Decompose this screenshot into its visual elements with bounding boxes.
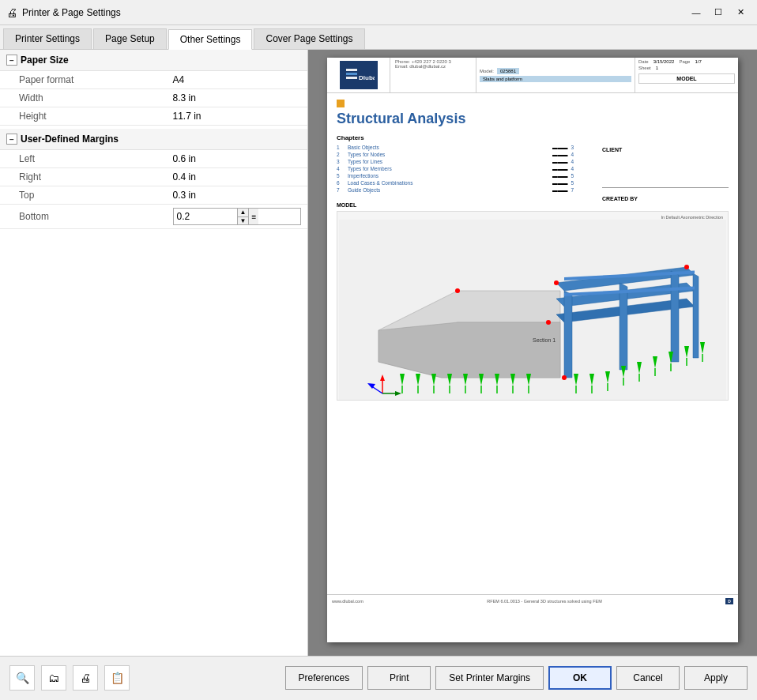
margins-label: User-Defined Margins [21,134,119,145]
margins-section-header[interactable]: − User-Defined Margins [0,129,307,150]
field-label: Right [0,168,154,186]
margins-toggle[interactable]: − [6,134,17,145]
tab-other-settings[interactable]: Other Settings [168,29,253,50]
field-label: Width [0,89,154,107]
chapter-num: 2 [337,152,345,157]
footer-website: www.dlubal.com [332,599,363,604]
chapter-num: 4 [337,166,345,171]
paper-size-section-header[interactable]: − Paper Size [0,50,307,71]
paper-size-label: Paper Size [21,55,69,66]
footer-logo-small: D [725,598,733,604]
spinbox-up-button[interactable]: ▲ [238,209,249,217]
copy-icon: 📋 [111,672,124,684]
svg-rect-1 [346,69,357,71]
project-name: Slabs and platform [480,76,631,82]
dlubal-logo-svg: Dlubal [343,64,375,86]
chapter-name: Basic Objects [348,145,549,150]
paper-size-table: Paper format A4 Width 8.3 in Height 11.7… [0,71,307,126]
bottom-toolbar: 🔍 🗂 🖨 📋 Preferences Print Set Printer Ma… [0,656,757,698]
window-controls: — ☐ ✕ [686,4,751,21]
set-printer-margins-button[interactable]: Set Printer Margins [435,666,544,690]
page-meta: Date 3/15/2022 Page 1/7 Sheet 1 MODEL [635,58,738,92]
main-content: − Paper Size Paper format A4 Width 8.3 i… [0,50,757,656]
client-divider [602,187,729,188]
chapter-name: Types for Members [348,166,549,171]
page-preview: Dlubal Phone: +420 227 2 0220 3 Email: d… [327,58,738,642]
chapter-num: 6 [337,180,345,186]
bottom-spinbox[interactable]: ▲ ▼ ≡ [173,208,302,225]
page-value: 1/7 [695,59,701,64]
chapter-num: 5 [337,173,345,179]
bottom-input[interactable] [174,209,237,224]
table-row: Left 0.6 in [0,150,307,168]
print-button[interactable]: Print [367,666,431,690]
chapter-page: 3 [571,145,574,150]
app-icon: 🖨 [6,6,17,19]
copy-button[interactable]: 📋 [104,665,130,691]
bottom-value-cell: ▲ ▼ ≡ [154,205,308,229]
svg-marker-15 [693,273,699,358]
model-label: Model: [480,69,494,73]
svg-point-58 [546,320,551,325]
spinbox-controls: ▲ ▼ [237,209,249,224]
svg-marker-14 [671,271,679,362]
chapter-page: 4 [571,152,574,157]
sheet-value: 1 [656,66,658,70]
page-body: Structural Analysis Chapters 1 Basic Obj… [327,93,738,607]
tab-cover-page-settings[interactable]: Cover Page Settings [254,28,364,49]
field-value: 0.3 in [154,186,308,205]
table-row: Height 11.7 in [0,107,307,126]
paper-size-toggle[interactable]: − [6,55,17,66]
cancel-button[interactable]: Cancel [616,666,680,690]
list-item: 3 Types for Lines ▬▬▬ 4 [337,159,574,164]
title-bar-left: 🖨 Printer & Page Settings [6,6,121,19]
tab-bar: Printer Settings Page Setup Other Settin… [0,25,757,50]
search-icon: 🔍 [16,672,29,684]
page-main-title: Structural Analysis [337,111,574,128]
chapter-name: Load Cases & Combinations [348,180,549,186]
field-label: Bottom [0,205,154,229]
list-item: 1 Basic Objects ▬▬▬ 3 [337,145,574,150]
chapter-dots: ▬▬▬ [552,180,568,186]
orange-square-decoration [337,100,345,107]
created-by-label: CREATED BY [602,196,729,201]
chapter-num: 3 [337,159,345,164]
model-row: Model: 025881 [480,68,631,74]
spinbox-down-button[interactable]: ▼ [238,217,249,225]
print-button-icon[interactable]: 🖨 [73,665,98,691]
field-value: 0.4 in [154,168,308,186]
chapter-page: 5 [571,173,574,179]
ok-button[interactable]: OK [548,666,612,690]
margins-table: Left 0.6 in Right 0.4 in Top 0.3 in Bott… [0,150,307,229]
date-value: 3/15/2022 [653,59,675,64]
table-row: Right 0.4 in [0,168,307,186]
chapter-name: Imperfections [348,173,549,179]
chapters-section: Chapters 1 Basic Objects ▬▬▬ 3 2 Types f… [337,134,574,193]
svg-point-56 [684,265,689,269]
date-label: Date [638,59,649,64]
chapter-dots: ▬▬▬ [552,187,568,193]
close-button[interactable]: ✕ [730,4,751,21]
bottom-action-buttons: Preferences Print Set Printer Margins OK… [285,666,748,690]
field-label: Paper format [0,71,154,89]
chapters-title: Chapters [337,134,574,141]
chapter-num: 1 [337,145,345,150]
navigate-button[interactable]: 🗂 [41,665,66,691]
svg-text:Dlubal: Dlubal [359,74,375,81]
tab-page-setup[interactable]: Page Setup [93,28,167,49]
chapter-dots: ▬▬▬ [552,173,568,179]
table-row: Bottom ▲ ▼ ≡ [0,205,307,229]
preferences-button[interactable]: Preferences [285,666,363,690]
field-label: Top [0,186,154,205]
chapter-dots: ▬▬▬ [552,159,568,164]
field-value: A4 [154,71,308,89]
search-button[interactable]: 🔍 [9,665,35,691]
maximize-button[interactable]: ☐ [708,4,729,21]
spinbox-list-button[interactable]: ≡ [248,209,258,224]
tab-printer-settings[interactable]: Printer Settings [3,28,92,49]
chapter-num: 7 [337,187,345,193]
field-label: Height [0,107,154,126]
minimize-button[interactable]: — [686,4,706,21]
sheet-label: Sheet [638,66,651,70]
apply-button[interactable]: Apply [684,666,748,690]
